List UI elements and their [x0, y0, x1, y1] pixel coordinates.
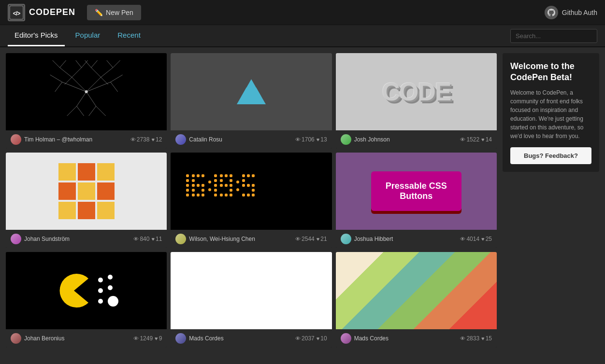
pen-card-3[interactable]: Johan Sundström 👁 840 ♥ 11 — [6, 153, 167, 248]
svg-rect-54 — [214, 189, 217, 192]
bugs-feedback-button[interactable]: Bugs? Feedback? — [510, 147, 591, 164]
eye-icon-5: 👁 — [460, 236, 465, 242]
eye-icon-0: 👁 — [130, 137, 136, 142]
eye-icon-6: 👁 — [133, 336, 139, 341]
pen-info-8: Mads Cordes 👁 2833 ♥ 15 — [336, 329, 497, 348]
svg-line-13 — [101, 77, 108, 84]
new-pen-label: New Pen — [106, 9, 133, 16]
svg-rect-63 — [230, 184, 232, 187]
pen-thumb-8 — [336, 252, 497, 329]
search-input[interactable] — [510, 29, 597, 43]
svg-rect-65 — [220, 194, 223, 196]
svg-line-5 — [86, 82, 111, 92]
svg-rect-73 — [242, 179, 245, 182]
logo[interactable]: </> CODEPEN — [8, 4, 75, 21]
svg-line-8 — [60, 68, 72, 77]
svg-rect-50 — [208, 188, 211, 191]
pen-card-6[interactable]: Johan Beronius 👁 1249 ♥ 9 — [6, 252, 167, 348]
pen-author-3: Johan Sundström — [24, 236, 130, 242]
svg-rect-39 — [202, 174, 204, 177]
pen-stats-6: 👁 1249 ♥ 9 — [133, 335, 162, 342]
svg-line-29 — [113, 60, 120, 68]
svg-rect-61 — [220, 184, 223, 187]
pen-stats-0: 👁 2738 ♥ 12 — [130, 136, 162, 143]
header: </> CODEPEN ✏️ New Pen Github Auth — [0, 0, 605, 25]
avatar-8 — [341, 333, 351, 344]
svg-rect-64 — [230, 189, 232, 192]
pen-card-1[interactable]: Catalin Rosu 👁 1706 ♥ 13 — [171, 53, 331, 149]
new-pen-button[interactable]: ✏️ New Pen — [87, 5, 141, 20]
svg-line-17 — [111, 82, 118, 92]
svg-rect-38 — [197, 174, 200, 177]
pen-card-8[interactable]: Mads Cordes 👁 2833 ♥ 15 — [336, 252, 497, 348]
svg-line-23 — [60, 60, 66, 68]
grid-area: Tim Holman – @twholman 👁 2738 ♥ 12 — [6, 53, 497, 348]
avatar-6 — [11, 333, 21, 344]
pen-info-4: Wilson, Wei-Hsiung Chen 👁 2544 ♥ 21 — [171, 230, 331, 248]
svg-rect-57 — [225, 174, 228, 177]
svg-rect-76 — [252, 184, 255, 187]
eye-icon-1: 👁 — [295, 137, 301, 142]
pen-thumb-2: CODE — [336, 53, 497, 130]
pen-stats-1: 👁 1706 ♥ 13 — [295, 136, 327, 143]
pen-card-2[interactable]: CODE Josh Johnson 👁 1522 ♥ 14 — [336, 53, 497, 149]
pen-icon: ✏️ — [95, 9, 103, 16]
tab-recent[interactable]: Recent — [111, 25, 147, 46]
tabs-bar: Editor's Picks Popular Recent — [0, 25, 605, 47]
pen-author-5: Joshua Hibbert — [354, 236, 458, 242]
svg-rect-74 — [242, 184, 245, 187]
pen-thumb-4 — [171, 153, 331, 230]
led-clock — [171, 153, 331, 230]
tab-editors-picks[interactable]: Editor's Picks — [8, 25, 65, 46]
tab-popular[interactable]: Popular — [69, 25, 107, 46]
pen-author-2: Josh Johnson — [354, 136, 458, 143]
heart-icon-7: ♥ — [317, 336, 320, 341]
main: Tim Holman – @twholman 👁 2738 ♥ 12 — [0, 47, 605, 353]
avatar-7 — [175, 333, 186, 344]
svg-rect-66 — [225, 194, 228, 196]
svg-line-9 — [72, 68, 82, 77]
heart-icon-3: ♥ — [151, 236, 155, 242]
svg-point-30 — [85, 90, 88, 93]
svg-line-15 — [55, 82, 62, 92]
pen-author-8: Mads Cordes — [354, 335, 458, 342]
fractal-svg — [6, 53, 167, 130]
pen-author-4: Wilson, Wei-Hsiung Chen — [189, 236, 292, 242]
views-0: 👁 2738 — [130, 136, 150, 143]
eye-icon-4: 👁 — [295, 236, 301, 242]
pen-card-7[interactable]: Mads Cordes 👁 2037 ♥ 10 — [171, 252, 331, 348]
svg-rect-45 — [202, 189, 204, 192]
pen-stats-7: 👁 2037 ♥ 10 — [295, 335, 327, 342]
svg-rect-67 — [230, 194, 232, 196]
svg-rect-43 — [202, 184, 204, 187]
pen-info-3: Johan Sundström 👁 840 ♥ 11 — [6, 230, 167, 248]
eye-icon-3: 👁 — [133, 236, 139, 242]
svg-line-26 — [85, 60, 91, 68]
pen-card-0[interactable]: Tim Holman – @twholman 👁 2738 ♥ 12 — [6, 53, 167, 149]
code-3d-text: CODE — [382, 77, 450, 106]
svg-rect-79 — [247, 194, 250, 196]
svg-rect-40 — [192, 179, 195, 182]
svg-line-20 — [89, 106, 96, 116]
svg-line-27 — [91, 60, 98, 68]
svg-rect-69 — [236, 188, 239, 191]
pen-card-5[interactable]: Pressable CSSButtons Joshua Hibbert 👁 40… — [336, 153, 497, 248]
svg-rect-80 — [252, 194, 255, 196]
svg-rect-72 — [252, 174, 255, 177]
pen-thumb-3 — [6, 153, 167, 230]
svg-line-24 — [76, 60, 82, 68]
svg-line-22 — [53, 60, 60, 68]
pen-thumb-5: Pressable CSSButtons — [336, 153, 497, 230]
svg-rect-60 — [230, 179, 232, 182]
svg-rect-35 — [186, 189, 189, 192]
svg-line-21 — [96, 106, 106, 116]
avatar-0 — [11, 134, 21, 145]
svg-rect-52 — [214, 179, 217, 182]
pen-card-4[interactable]: Wilson, Wei-Hsiung Chen 👁 2544 ♥ 21 — [171, 153, 331, 248]
github-auth[interactable]: Github Auth — [545, 6, 597, 19]
eye-icon-2: 👁 — [460, 137, 465, 142]
hearts-0: ♥ 12 — [151, 136, 162, 143]
svg-line-7 — [86, 92, 96, 106]
svg-rect-58 — [230, 174, 232, 177]
checker-grid — [58, 163, 115, 219]
